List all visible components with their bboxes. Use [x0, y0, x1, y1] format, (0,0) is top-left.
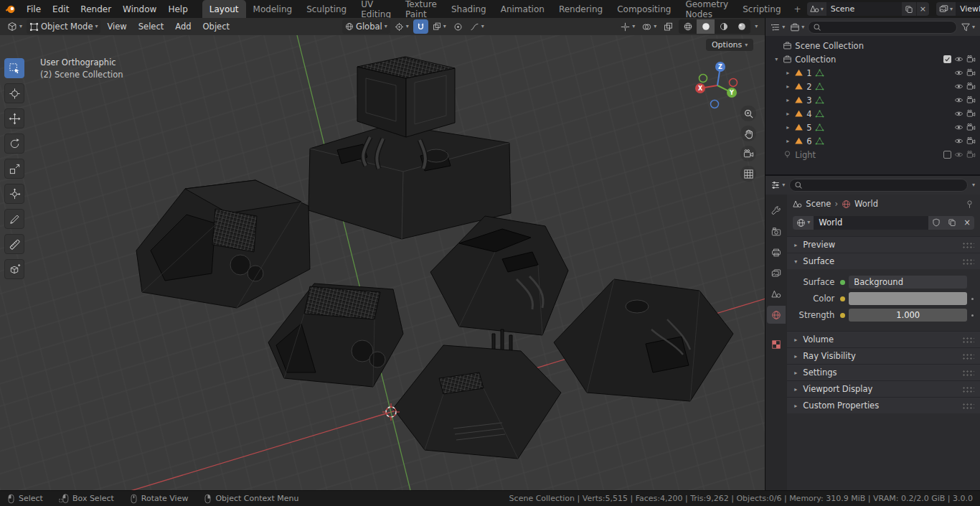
ortho-toggle-button[interactable] — [740, 166, 756, 182]
pin-icon[interactable] — [965, 200, 974, 209]
unlink-world-button[interactable]: × — [960, 216, 974, 230]
tab-output[interactable] — [767, 243, 786, 261]
display-mode-button[interactable]: ▾ — [788, 22, 806, 32]
disable-render-icon[interactable] — [966, 123, 976, 132]
drag-handle[interactable] — [962, 258, 974, 265]
workspace-tab-scripting[interactable]: Scripting — [735, 0, 788, 18]
scene-browse-button[interactable]: ▾ — [807, 2, 826, 16]
hide-viewport-icon[interactable] — [954, 68, 963, 78]
expand-icon[interactable]: ▸ — [784, 111, 791, 117]
hide-viewport-icon[interactable] — [954, 109, 963, 118]
drag-handle[interactable] — [962, 403, 974, 409]
menu-window[interactable]: Window — [117, 0, 162, 18]
panel-volume[interactable]: ▸ Volume — [787, 331, 980, 347]
object-row-2[interactable]: ▸ 2 — [765, 80, 980, 93]
menu-render[interactable]: Render — [75, 0, 117, 18]
light-row[interactable]: Light — [765, 148, 980, 161]
outliner-editor-type-button[interactable]: ▾ — [769, 22, 786, 32]
tab-view-layer[interactable] — [767, 264, 786, 282]
workspace-tab-rendering[interactable]: Rendering — [552, 0, 610, 18]
shading-material-button[interactable] — [715, 19, 732, 34]
snap-toggle[interactable] — [413, 19, 428, 34]
panel-custom-properties[interactable]: ▸ Custom Properties — [787, 397, 980, 413]
drag-handle[interactable] — [962, 337, 974, 343]
filter-button[interactable]: ▾ — [959, 22, 976, 32]
object-row-6[interactable]: ▸ 6 — [765, 134, 980, 148]
properties-editor-type-button[interactable]: ▾ — [769, 180, 786, 190]
pan-button[interactable] — [740, 126, 756, 141]
orientation-select[interactable]: Global ▾ — [342, 19, 390, 34]
surface-shader-select[interactable]: Background — [849, 276, 967, 289]
object-name[interactable]: 1 — [806, 68, 811, 78]
object-row-4[interactable]: ▸ 4 — [765, 107, 980, 121]
properties-search[interactable] — [789, 179, 968, 192]
mode-select[interactable]: Object Mode ▾ — [27, 19, 100, 34]
blender-logo-icon[interactable] — [0, 0, 21, 18]
expand-icon[interactable]: ▸ — [784, 124, 791, 131]
hide-viewport-icon[interactable] — [954, 150, 963, 159]
axis-y-negative[interactable] — [699, 75, 707, 83]
strength-field[interactable]: 1.000 — [849, 309, 967, 322]
menu-file[interactable]: File — [21, 0, 47, 18]
object-name[interactable]: 4 — [806, 109, 811, 119]
workspace-tab-layout[interactable]: Layout — [202, 0, 246, 18]
shading-wireframe-button[interactable] — [679, 19, 697, 34]
drag-handle[interactable] — [962, 242, 974, 248]
menu-select[interactable]: Select — [133, 18, 169, 35]
workspace-tab-shading[interactable]: Shading — [444, 0, 494, 18]
scale-tool[interactable] — [4, 159, 24, 179]
properties-options-button[interactable]: ▾ — [971, 182, 976, 188]
menu-object[interactable]: Object — [198, 18, 235, 35]
hide-viewport-icon[interactable] — [954, 55, 963, 64]
workspace-tab-geometry-nodes[interactable]: Geometry Nodes — [678, 0, 735, 18]
outliner-search-input[interactable] — [824, 22, 952, 32]
shading-rendered-button[interactable] — [732, 19, 750, 34]
collapse-icon[interactable]: ▾ — [773, 56, 780, 62]
viewport-options-button[interactable]: Options ▾ — [706, 39, 753, 51]
expand-icon[interactable]: ▸ — [784, 70, 791, 76]
expand-icon[interactable]: ▸ — [784, 138, 791, 144]
hide-viewport-icon[interactable] — [954, 136, 963, 146]
scene-name-field[interactable] — [826, 2, 901, 16]
axis-x-negative[interactable] — [730, 79, 738, 87]
tab-world[interactable] — [767, 306, 786, 324]
panel-settings[interactable]: ▸ Settings — [787, 364, 980, 380]
object-row-5[interactable]: ▸ 5 — [765, 121, 980, 134]
transform-tool[interactable] — [4, 184, 24, 204]
scene-collection-label[interactable]: Scene Collection — [795, 41, 864, 51]
pivot-point-select[interactable]: ▾ — [392, 19, 412, 34]
show-overlays-select[interactable]: ▾ — [639, 19, 659, 34]
exclude-checkbox[interactable] — [943, 151, 951, 159]
camera-view-button[interactable] — [740, 146, 756, 161]
animate-strength-dot[interactable] — [967, 314, 977, 317]
workspace-tab-sculpting[interactable]: Sculpting — [299, 0, 354, 18]
tab-render[interactable] — [767, 222, 786, 240]
add-cube-tool[interactable] — [4, 259, 24, 279]
breadcrumb-world[interactable]: World — [854, 199, 878, 209]
viewport-canvas[interactable]: User Orthographic (2) Scene Collection O… — [0, 35, 765, 490]
workspace-tab-animation[interactable]: Animation — [494, 0, 552, 18]
axis-z-negative[interactable] — [711, 100, 719, 108]
collection-row[interactable]: ▾ Collection — [765, 52, 980, 66]
object-row-3[interactable]: ▸ 3 — [765, 93, 980, 107]
breadcrumb-scene[interactable]: Scene — [806, 199, 831, 209]
show-gizmo-select[interactable]: ▾ — [618, 19, 638, 34]
tab-texture[interactable] — [767, 335, 786, 353]
color-swatch[interactable] — [849, 292, 967, 305]
disable-render-icon[interactable] — [966, 95, 976, 105]
disable-render-icon[interactable] — [966, 55, 976, 64]
viewlayer-name-field[interactable] — [956, 2, 980, 16]
duplicate-world-button[interactable] — [944, 216, 960, 230]
tab-scene[interactable] — [767, 285, 786, 303]
object-name[interactable]: 2 — [806, 82, 811, 92]
properties-search-input[interactable] — [806, 181, 963, 190]
proportional-falloff-select[interactable]: ▾ — [467, 19, 487, 34]
zoom-button[interactable] — [740, 106, 756, 121]
snap-target-select[interactable]: ▾ — [430, 19, 449, 34]
workspace-tab-compositing[interactable]: Compositing — [610, 0, 678, 18]
object-name[interactable]: 6 — [806, 136, 811, 146]
delete-scene-button[interactable]: × — [916, 2, 929, 16]
disable-render-icon[interactable] — [966, 68, 976, 78]
disable-render-icon[interactable] — [966, 82, 976, 91]
menu-help[interactable]: Help — [162, 0, 193, 18]
